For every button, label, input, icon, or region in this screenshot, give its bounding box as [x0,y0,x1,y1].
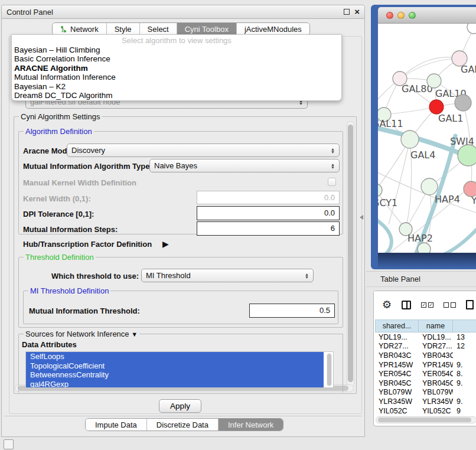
manual-kernel-width-label: Manual Kernel Width Definition [23,178,136,187]
mi-steps-field[interactable]: 6 [197,221,340,236]
select-all-columns-icon[interactable]: ✓✓ [421,302,433,308]
threshold-definition-title: Threshold Definition [24,253,96,262]
algorithm-option[interactable]: Dream8 DC_TDC Algorithm [12,91,341,100]
node-label: HAP4 [435,194,460,205]
column-header-shared...[interactable]: shared... [375,319,419,332]
column-header-A[interactable]: A [453,319,476,332]
apply-button[interactable]: Apply [159,399,201,413]
tab-jactivemnodules[interactable]: jActiveMNodules [237,23,309,35]
network-node-gal4[interactable] [401,131,419,148]
deselect-all-columns-icon[interactable] [444,302,456,308]
table-row[interactable]: YPR145WYPR145W9. [375,360,476,370]
attribute-item-selected[interactable]: SelfLoops [26,352,324,361]
network-node-hap4[interactable] [421,178,438,195]
network-canvas[interactable]: GALGAL80GAL10GAL1GAL11GAL4SWI4YGCY1HAP4H… [378,24,476,253]
algorithm-dropdown-placeholder: Select algorithm to view settings [12,36,341,45]
mi-threshold-field[interactable]: 0.5 [249,304,335,318]
table-row[interactable]: YBR043CYBR043C [375,351,476,360]
network-icon [60,25,67,33]
tab-cyni-toolbox[interactable]: Cyni Toolbox [177,23,237,35]
kernel-width-field[interactable]: 0.0 [197,191,340,204]
table-row[interactable]: YDL19...YDL19...13 [375,332,476,342]
aracne-mode-combobox[interactable]: Discovery ▲▼ [67,144,340,157]
node-table: ⚙ ✓✓ shared...nameA YDL19...YDL19...13YD… [373,291,476,426]
table-row[interactable]: YBL079WYBL079W [375,388,476,397]
panel-collapse-arrow[interactable] [360,215,363,220]
manual-kernel-width-checkbox[interactable] [328,178,336,186]
combo-stepper-icon: ▲▼ [301,273,309,279]
mi-threshold-definition-title: MI Threshold Definition [28,286,110,295]
close-traffic-light-icon[interactable] [386,12,393,19]
dpi-tolerance-field[interactable]: 0.0 [197,206,340,220]
combo-stepper-icon: ▲▼ [327,148,335,154]
table-row[interactable]: YIL052CYIL052C9 [375,406,476,416]
node-label: SWI4 [450,136,474,147]
network-window-titlebar[interactable] [378,7,476,24]
float-window-icon[interactable] [344,9,350,15]
tab-discretize-data[interactable]: Discretize Data [147,419,219,431]
algorithm-option[interactable]: Basic Correlation Inference [12,54,341,63]
docked-panel-icon[interactable] [4,439,14,449]
table-row[interactable]: YER054CYER054C8. [375,369,476,379]
control-panel-titlebar: Control Panel × [2,5,364,19]
mi-algorithm-type-value: Naive Bayes [154,161,197,170]
table-row[interactable]: YLR345WYLR345W9. [375,397,476,406]
network-nodes: GALGAL80GAL10GAL1GAL11GAL4SWI4YGCY1HAP4H… [378,24,476,253]
attribute-item-selected[interactable]: BetweennessCentrality [26,370,324,380]
table-row[interactable]: YBR045CYBR045C9. [375,379,476,388]
algorithm-option[interactable]: Bayesian – K2 [12,82,341,91]
algorithm-definition-title: Algorithm Definition [24,127,94,136]
gear-icon[interactable]: ⚙ [382,298,392,311]
table-row[interactable]: YDR27...YDR27...12 [375,342,476,351]
mi-algorithm-type-combobox[interactable]: Naive Bayes ▲▼ [149,159,340,172]
network-node[interactable] [467,24,476,34]
tab-network[interactable]: Network [53,23,107,35]
node-label: GAL4 [410,149,435,161]
mi-algorithm-type-label: Mutual Information Algorithm Type: [23,162,152,171]
network-node-gal1[interactable] [429,100,444,114]
zoom-traffic-light-icon[interactable] [409,12,416,19]
tab-infer-network[interactable]: Infer Network [219,419,283,431]
mi-steps-label: Mutual Information Steps: [23,225,118,234]
export-table-icon[interactable] [466,300,474,309]
data-attributes-list[interactable]: SelfLoopsTopologicalCoefficientBetweenne… [25,351,334,388]
attribute-item-selected[interactable]: TopologicalCoefficient [26,361,324,371]
collapse-arrow-icon[interactable]: ▼ [131,331,138,338]
algorithm-option[interactable]: Bayesian – Hill Climbing [12,45,341,54]
column-header-name[interactable]: name [419,319,453,332]
attributes-scrollbar[interactable] [327,353,332,386]
combo-stepper-icon: ▲▼ [327,163,335,169]
network-node-swi4[interactable] [458,145,476,166]
node-label: GCY1 [378,197,397,208]
settings-vertical-scrollbar[interactable] [347,121,354,387]
panel-divider [4,416,362,416]
data-attributes-label: Data Attributes [22,340,77,349]
tab-select[interactable]: Select [140,23,177,35]
network-node-gcy1[interactable] [378,184,382,197]
node-label: GAL [461,64,476,75]
expand-arrow-icon[interactable]: ▶ [162,239,169,249]
network-node[interactable] [418,243,431,253]
tab-style[interactable]: Style [107,23,140,35]
attribute-item-selected[interactable]: gal4RGexp [26,380,324,388]
columns-icon[interactable] [402,301,411,309]
close-icon[interactable]: × [354,9,360,15]
hub-definition-label: Hub/Transcription Factor Definition [23,240,152,249]
node-label: Y [471,195,476,206]
table-rows: YDL19...YDL19...13YDR27...YDR27...12YBR0… [375,332,476,415]
mi-threshold-label: Mutual Information Threshold: [29,306,140,315]
which-threshold-combobox[interactable]: MI Threshold ▲▼ [141,269,314,282]
which-threshold-value: MI Threshold [146,271,191,280]
tab-impute-data[interactable]: Impute Data [86,419,147,431]
node-label: GAL11 [378,118,403,129]
algorithm-option[interactable]: Mutual Information Inference [12,73,341,81]
network-view-window: GALGAL80GAL10GAL1GAL11GAL4SWI4YGCY1HAP4H… [371,5,476,269]
kernel-width-label: Kernel Width (0,1): [23,194,91,203]
table-horizontal-scrollbar[interactable] [376,416,476,423]
minimize-traffic-light-icon[interactable] [397,12,405,19]
network-node-gal10[interactable] [427,74,441,88]
table-panel-title: Table Panel [380,275,420,283]
algorithm-option[interactable]: ARACNE Algorithm [12,64,341,73]
node-label: GAL1 [438,113,463,124]
network-node[interactable] [455,94,471,111]
